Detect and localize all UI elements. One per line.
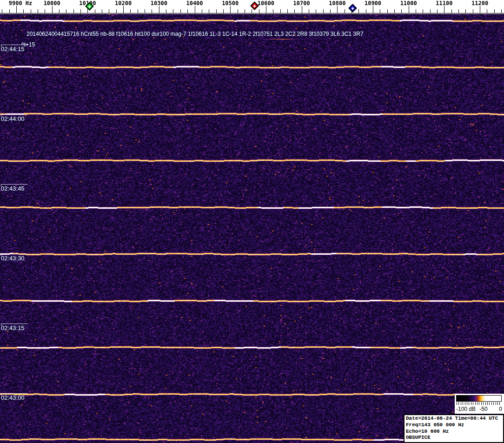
- info-frequency: Freq=143 050 000 Hz: [406, 422, 502, 429]
- frequency-axis: 9900 Hz100001010010200103001040010500106…: [0, 0, 504, 14]
- spectrogram-app-window: 9900 Hz100001010010200103001040010500106…: [0, 0, 504, 443]
- freq-tick-label: 10500: [222, 0, 239, 7]
- freq-tick-label: 9900 Hz: [9, 0, 33, 7]
- db-label-min: -100 dB: [456, 406, 476, 412]
- freq-tick-label: 10000: [44, 0, 60, 7]
- time-label: 02:44:15: [1, 46, 25, 53]
- db-label-mid: -50: [479, 406, 487, 412]
- freq-tick-label: 10800: [329, 0, 345, 7]
- freq-tick-label: 11000: [400, 0, 417, 7]
- time-label: 02:43:00: [1, 394, 25, 401]
- time-label: 02:43:30: [1, 255, 25, 262]
- db-scale-ticks: [457, 402, 502, 405]
- observation-info-box: Date=2014-06-24 Time=00:44 UTC Freq=143 …: [404, 414, 504, 443]
- freq-tick-label: 10700: [293, 0, 310, 7]
- marker-center-dot: [253, 4, 256, 7]
- info-observatory: OBSUPICE: [406, 435, 502, 441]
- freq-tick-label: 10600: [258, 0, 274, 7]
- freq-tick-label: 11200: [471, 0, 488, 7]
- time-label: 02:44:00: [1, 115, 25, 122]
- info-date-time: Date=2014-06-24 Time=00:44 UTC: [406, 416, 502, 422]
- info-echo: Echo=10 600 Hz: [406, 429, 502, 435]
- freq-tick-label: 10200: [115, 0, 132, 7]
- marker-center-dot: [88, 5, 91, 7]
- db-color-scale: -100 dB -50 0: [455, 394, 504, 414]
- freq-tick-label: 10400: [186, 0, 203, 7]
- hit-annotation-text: 20140624004415716 hCnt55 nb-88 f10616 hi…: [27, 31, 364, 37]
- freq-tick-label: 10900: [365, 0, 381, 7]
- db-label-max: 0: [499, 406, 502, 412]
- marker-center-dot: [351, 7, 354, 9]
- time-label: 02:43:15: [1, 324, 25, 331]
- spectrogram-canvas[interactable]: [0, 14, 504, 443]
- time-label: 02:43:45: [1, 185, 25, 192]
- freq-tick-label: 11100: [436, 0, 452, 7]
- db-gradient-bar: [456, 395, 502, 402]
- freq-tick-label: 10300: [151, 0, 167, 7]
